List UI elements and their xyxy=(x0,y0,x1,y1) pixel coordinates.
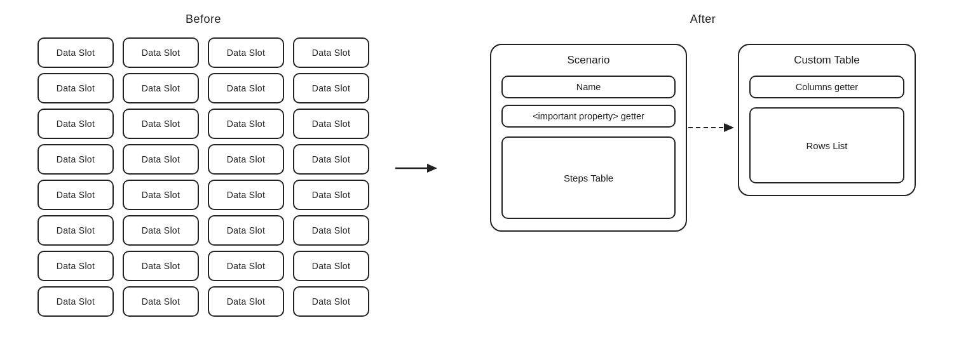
data-slot: Data Slot xyxy=(123,37,199,68)
data-slot: Data Slot xyxy=(293,73,369,103)
columns-getter-box: Columns getter xyxy=(749,76,904,98)
main-arrow-icon xyxy=(394,159,439,178)
data-slot: Data Slot xyxy=(208,144,284,175)
after-boxes-row: Scenario Name <important property> gette… xyxy=(490,44,916,232)
rows-list-box: Rows List xyxy=(749,107,904,183)
data-slot: Data Slot xyxy=(37,109,114,139)
data-slot: Data Slot xyxy=(208,251,284,281)
property-getter-box: <important property> getter xyxy=(501,105,676,128)
data-slot: Data Slot xyxy=(37,286,114,317)
data-slot: Data Slot xyxy=(293,286,369,317)
svg-marker-1 xyxy=(427,164,437,173)
data-slot: Data Slot xyxy=(37,215,114,246)
data-slot: Data Slot xyxy=(123,73,199,103)
data-slot: Data Slot xyxy=(293,215,369,246)
data-slot: Data Slot xyxy=(293,109,369,139)
data-slot: Data Slot xyxy=(293,144,369,175)
data-slot: Data Slot xyxy=(123,109,199,139)
data-slot: Data Slot xyxy=(208,180,284,210)
data-slot: Data Slot xyxy=(37,251,114,281)
dashed-arrow-icon xyxy=(687,120,738,135)
data-slot: Data Slot xyxy=(293,180,369,210)
data-slot: Data Slot xyxy=(37,37,114,68)
data-slot: Data Slot xyxy=(208,37,284,68)
after-section: After Scenario Name <important property>… xyxy=(445,13,961,232)
data-slot: Data Slot xyxy=(208,109,284,139)
data-slot: Data Slot xyxy=(37,73,114,103)
data-slot: Data Slot xyxy=(123,286,199,317)
data-slot: Data Slot xyxy=(208,215,284,246)
svg-marker-3 xyxy=(724,123,734,132)
data-slot: Data Slot xyxy=(293,251,369,281)
main-arrow-section xyxy=(388,159,445,178)
data-slot: Data Slot xyxy=(208,73,284,103)
scenario-title: Scenario xyxy=(501,54,676,67)
name-box: Name xyxy=(501,76,676,98)
custom-table-title: Custom Table xyxy=(749,54,904,67)
dashed-arrow-wrap xyxy=(687,120,738,135)
data-slot: Data Slot xyxy=(123,215,199,246)
steps-table-box: Steps Table xyxy=(501,136,676,219)
data-slot: Data Slot xyxy=(293,37,369,68)
data-slot: Data Slot xyxy=(208,286,284,317)
data-slot: Data Slot xyxy=(37,144,114,175)
data-grid: Data SlotData SlotData SlotData SlotData… xyxy=(37,37,369,317)
before-label: Before xyxy=(186,13,221,26)
before-section: Before Data SlotData SlotData SlotData S… xyxy=(19,13,388,317)
custom-table-box: Custom Table Columns getter Rows List xyxy=(738,44,916,196)
data-slot: Data Slot xyxy=(123,144,199,175)
scenario-box: Scenario Name <important property> gette… xyxy=(490,44,687,232)
data-slot: Data Slot xyxy=(123,251,199,281)
data-slot: Data Slot xyxy=(37,180,114,210)
data-slot: Data Slot xyxy=(123,180,199,210)
after-label: After xyxy=(690,13,716,26)
page: Before Data SlotData SlotData SlotData S… xyxy=(0,0,980,351)
